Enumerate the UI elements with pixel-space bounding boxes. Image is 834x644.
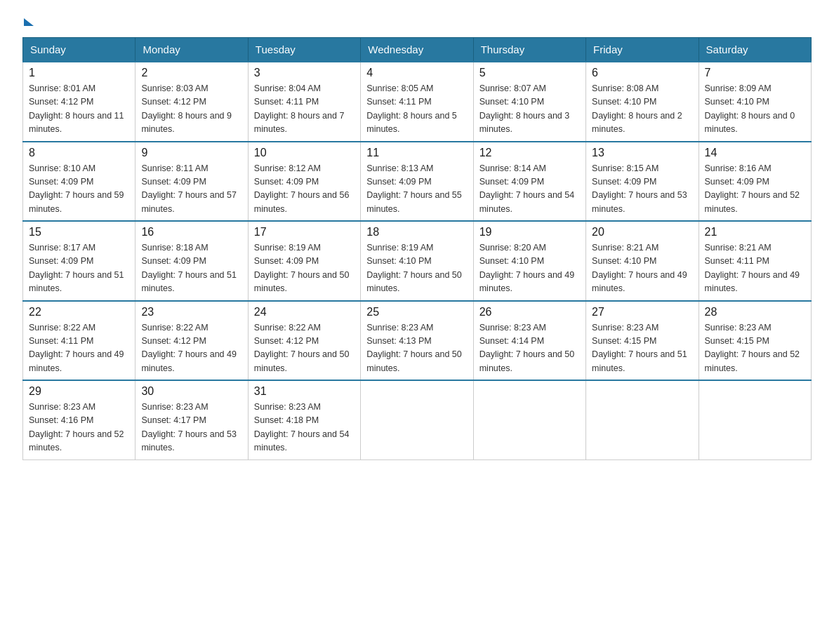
calendar-cell bbox=[699, 380, 811, 459]
calendar-cell: 11 Sunrise: 8:13 AMSunset: 4:09 PMDaylig… bbox=[361, 142, 473, 222]
day-info: Sunrise: 8:23 AMSunset: 4:16 PMDaylight:… bbox=[29, 402, 124, 452]
calendar-cell: 31 Sunrise: 8:23 AMSunset: 4:18 PMDaylig… bbox=[248, 380, 360, 459]
day-number: 22 bbox=[29, 306, 129, 318]
day-number: 30 bbox=[141, 385, 241, 398]
calendar-cell: 5 Sunrise: 8:07 AMSunset: 4:10 PMDayligh… bbox=[473, 62, 585, 142]
day-info: Sunrise: 8:12 AMSunset: 4:09 PMDaylight:… bbox=[254, 163, 350, 214]
day-info: Sunrise: 8:16 AMSunset: 4:09 PMDaylight:… bbox=[705, 163, 800, 214]
calendar-cell: 29 Sunrise: 8:23 AMSunset: 4:16 PMDaylig… bbox=[23, 380, 135, 459]
day-number: 19 bbox=[479, 226, 580, 239]
day-info: Sunrise: 8:23 AMSunset: 4:18 PMDaylight:… bbox=[254, 402, 350, 452]
logo bbox=[22, 17, 34, 26]
calendar-cell: 2 Sunrise: 8:03 AMSunset: 4:12 PMDayligh… bbox=[135, 62, 248, 142]
calendar-cell: 22 Sunrise: 8:22 AMSunset: 4:11 PMDaylig… bbox=[23, 301, 135, 381]
day-number: 21 bbox=[705, 226, 805, 239]
weekday-header-tuesday: Tuesday bbox=[248, 38, 360, 62]
day-number: 18 bbox=[366, 226, 467, 239]
day-number: 7 bbox=[705, 67, 805, 79]
calendar-cell: 14 Sunrise: 8:16 AMSunset: 4:09 PMDaylig… bbox=[699, 142, 811, 222]
calendar-cell: 20 Sunrise: 8:21 AMSunset: 4:10 PMDaylig… bbox=[586, 221, 699, 301]
day-info: Sunrise: 8:15 AMSunset: 4:09 PMDaylight:… bbox=[592, 163, 687, 214]
day-info: Sunrise: 8:23 AMSunset: 4:15 PMDaylight:… bbox=[705, 323, 800, 373]
day-number: 14 bbox=[705, 147, 805, 159]
calendar-table: SundayMondayTuesdayWednesdayThursdayFrid… bbox=[22, 37, 812, 460]
weekday-header-row: SundayMondayTuesdayWednesdayThursdayFrid… bbox=[23, 38, 812, 62]
calendar-cell: 13 Sunrise: 8:15 AMSunset: 4:09 PMDaylig… bbox=[586, 142, 699, 222]
weekday-header-sunday: Sunday bbox=[23, 38, 135, 62]
day-number: 24 bbox=[254, 306, 355, 318]
calendar-cell: 4 Sunrise: 8:05 AMSunset: 4:11 PMDayligh… bbox=[361, 62, 473, 142]
calendar-cell: 9 Sunrise: 8:11 AMSunset: 4:09 PMDayligh… bbox=[135, 142, 248, 222]
day-info: Sunrise: 8:21 AMSunset: 4:11 PMDaylight:… bbox=[705, 243, 800, 293]
day-number: 16 bbox=[141, 226, 241, 239]
calendar-cell bbox=[361, 380, 473, 459]
day-number: 10 bbox=[254, 147, 355, 159]
day-number: 15 bbox=[29, 226, 129, 239]
day-info: Sunrise: 8:14 AMSunset: 4:09 PMDaylight:… bbox=[479, 163, 575, 214]
day-info: Sunrise: 8:09 AMSunset: 4:10 PMDaylight:… bbox=[705, 83, 795, 134]
day-info: Sunrise: 8:22 AMSunset: 4:12 PMDaylight:… bbox=[254, 323, 350, 373]
calendar-cell bbox=[586, 380, 699, 459]
calendar-cell: 19 Sunrise: 8:20 AMSunset: 4:10 PMDaylig… bbox=[473, 221, 585, 301]
day-info: Sunrise: 8:10 AMSunset: 4:09 PMDaylight:… bbox=[29, 163, 124, 214]
calendar-cell: 28 Sunrise: 8:23 AMSunset: 4:15 PMDaylig… bbox=[699, 301, 811, 381]
day-number: 2 bbox=[141, 67, 241, 79]
day-info: Sunrise: 8:23 AMSunset: 4:17 PMDaylight:… bbox=[141, 402, 237, 452]
day-number: 5 bbox=[479, 67, 580, 79]
day-number: 26 bbox=[479, 306, 580, 318]
calendar-cell: 17 Sunrise: 8:19 AMSunset: 4:09 PMDaylig… bbox=[248, 221, 360, 301]
day-info: Sunrise: 8:19 AMSunset: 4:10 PMDaylight:… bbox=[366, 243, 462, 293]
day-info: Sunrise: 8:22 AMSunset: 4:12 PMDaylight:… bbox=[141, 323, 237, 373]
weekday-header-friday: Friday bbox=[586, 38, 699, 62]
calendar-cell: 7 Sunrise: 8:09 AMSunset: 4:10 PMDayligh… bbox=[699, 62, 811, 142]
calendar-cell: 6 Sunrise: 8:08 AMSunset: 4:10 PMDayligh… bbox=[586, 62, 699, 142]
day-info: Sunrise: 8:08 AMSunset: 4:10 PMDaylight:… bbox=[592, 83, 682, 134]
weekday-header-wednesday: Wednesday bbox=[361, 38, 473, 62]
calendar-cell: 15 Sunrise: 8:17 AMSunset: 4:09 PMDaylig… bbox=[23, 221, 135, 301]
day-info: Sunrise: 8:21 AMSunset: 4:10 PMDaylight:… bbox=[592, 243, 687, 293]
calendar-cell: 24 Sunrise: 8:22 AMSunset: 4:12 PMDaylig… bbox=[248, 301, 360, 381]
day-info: Sunrise: 8:23 AMSunset: 4:15 PMDaylight:… bbox=[592, 323, 687, 373]
day-number: 28 bbox=[705, 306, 805, 318]
weekday-header-monday: Monday bbox=[135, 38, 248, 62]
day-info: Sunrise: 8:01 AMSunset: 4:12 PMDaylight:… bbox=[29, 83, 124, 134]
week-row-4: 22 Sunrise: 8:22 AMSunset: 4:11 PMDaylig… bbox=[23, 301, 812, 381]
calendar-cell: 3 Sunrise: 8:04 AMSunset: 4:11 PMDayligh… bbox=[248, 62, 360, 142]
calendar-cell: 12 Sunrise: 8:14 AMSunset: 4:09 PMDaylig… bbox=[473, 142, 585, 222]
calendar-cell: 26 Sunrise: 8:23 AMSunset: 4:14 PMDaylig… bbox=[473, 301, 585, 381]
calendar-cell: 10 Sunrise: 8:12 AMSunset: 4:09 PMDaylig… bbox=[248, 142, 360, 222]
calendar-cell: 25 Sunrise: 8:23 AMSunset: 4:13 PMDaylig… bbox=[361, 301, 473, 381]
day-number: 6 bbox=[592, 67, 692, 79]
week-row-2: 8 Sunrise: 8:10 AMSunset: 4:09 PMDayligh… bbox=[23, 142, 812, 222]
weekday-header-thursday: Thursday bbox=[473, 38, 585, 62]
day-number: 9 bbox=[141, 147, 241, 159]
calendar-cell: 21 Sunrise: 8:21 AMSunset: 4:11 PMDaylig… bbox=[699, 221, 811, 301]
day-number: 13 bbox=[592, 147, 692, 159]
day-info: Sunrise: 8:11 AMSunset: 4:09 PMDaylight:… bbox=[141, 163, 237, 214]
weekday-header-saturday: Saturday bbox=[699, 38, 811, 62]
day-number: 4 bbox=[366, 67, 467, 79]
calendar-cell: 18 Sunrise: 8:19 AMSunset: 4:10 PMDaylig… bbox=[361, 221, 473, 301]
day-number: 3 bbox=[254, 67, 355, 79]
calendar-cell: 16 Sunrise: 8:18 AMSunset: 4:09 PMDaylig… bbox=[135, 221, 248, 301]
day-number: 27 bbox=[592, 306, 692, 318]
day-number: 8 bbox=[29, 147, 129, 159]
day-number: 12 bbox=[479, 147, 580, 159]
calendar-cell: 23 Sunrise: 8:22 AMSunset: 4:12 PMDaylig… bbox=[135, 301, 248, 381]
day-info: Sunrise: 8:23 AMSunset: 4:14 PMDaylight:… bbox=[479, 323, 575, 373]
day-info: Sunrise: 8:23 AMSunset: 4:13 PMDaylight:… bbox=[366, 323, 462, 373]
day-number: 25 bbox=[366, 306, 467, 318]
day-info: Sunrise: 8:22 AMSunset: 4:11 PMDaylight:… bbox=[29, 323, 124, 373]
week-row-1: 1 Sunrise: 8:01 AMSunset: 4:12 PMDayligh… bbox=[23, 62, 812, 142]
logo-triangle-icon bbox=[24, 18, 34, 26]
day-info: Sunrise: 8:04 AMSunset: 4:11 PMDaylight:… bbox=[254, 83, 345, 134]
calendar-cell: 1 Sunrise: 8:01 AMSunset: 4:12 PMDayligh… bbox=[23, 62, 135, 142]
calendar-cell: 27 Sunrise: 8:23 AMSunset: 4:15 PMDaylig… bbox=[586, 301, 699, 381]
day-info: Sunrise: 8:20 AMSunset: 4:10 PMDaylight:… bbox=[479, 243, 575, 293]
day-info: Sunrise: 8:07 AMSunset: 4:10 PMDaylight:… bbox=[479, 83, 570, 134]
week-row-5: 29 Sunrise: 8:23 AMSunset: 4:16 PMDaylig… bbox=[23, 380, 812, 459]
day-info: Sunrise: 8:17 AMSunset: 4:09 PMDaylight:… bbox=[29, 243, 124, 293]
calendar-cell: 8 Sunrise: 8:10 AMSunset: 4:09 PMDayligh… bbox=[23, 142, 135, 222]
day-info: Sunrise: 8:19 AMSunset: 4:09 PMDaylight:… bbox=[254, 243, 350, 293]
day-number: 1 bbox=[29, 67, 129, 79]
